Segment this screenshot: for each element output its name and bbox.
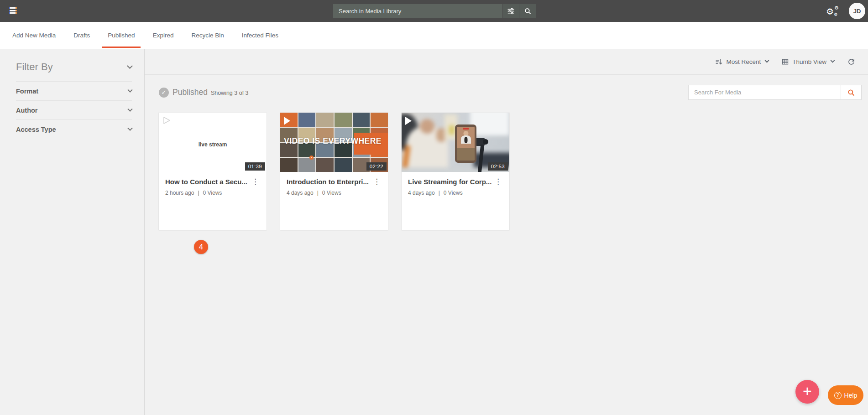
sliders-filter-icon — [507, 7, 515, 15]
media-library-search — [333, 4, 536, 18]
media-card[interactable]: 02:53 Live Streaming for Corp... ⋮ 4 day… — [402, 113, 509, 230]
sort-dropdown[interactable]: Most Recent — [715, 58, 769, 66]
header-search-button[interactable] — [519, 4, 536, 18]
card-meta: 4 days ago | 0 Views — [408, 190, 503, 196]
media-search-box — [688, 85, 862, 100]
hamburger-menu-icon[interactable] — [9, 7, 17, 15]
library-tabs: Add New Media Drafts Published Expired R… — [0, 22, 868, 49]
chevron-down-icon — [127, 106, 132, 111]
chevron-down-icon — [127, 87, 132, 92]
play-icon — [162, 116, 171, 125]
filter-section-label: Access Type — [16, 126, 56, 133]
view-dropdown[interactable]: Thumb View — [781, 58, 834, 66]
question-mark-icon: ? — [834, 392, 842, 399]
card-meta: 2 hours ago | 0 Views — [165, 190, 260, 196]
content-area: Most Recent Thumb View ✓ Published — [145, 49, 868, 415]
collage-logo-ring — [309, 156, 314, 160]
card-meta-views: 0 Views — [322, 190, 341, 196]
meta-separator: | — [317, 190, 319, 196]
chevron-down-icon — [831, 58, 835, 63]
card-meta-views: 0 Views — [203, 190, 222, 196]
tab-drafts[interactable]: Drafts — [68, 22, 95, 49]
kebab-menu-button[interactable]: ⋮ — [493, 178, 503, 186]
filter-by-label: Filter By — [16, 61, 53, 73]
help-button[interactable]: ? Help — [828, 385, 863, 405]
media-card-grid: live stream 01:39 How to Conduct a Secu.… — [145, 100, 868, 230]
phone-art — [455, 124, 476, 163]
chevron-down-icon — [127, 126, 132, 131]
duration-badge: 02:53 — [488, 162, 508, 171]
gear-small-icon: ⚙ — [834, 12, 838, 17]
kebab-menu-button[interactable]: ⋮ — [251, 178, 260, 186]
filter-section-label: Format — [16, 88, 38, 95]
card-meta: 4 days ago | 0 Views — [287, 190, 382, 196]
refresh-button[interactable] — [847, 57, 856, 66]
gear-icon: ⚙ — [826, 7, 834, 16]
tab-recycle-bin[interactable]: Recycle Bin — [186, 22, 229, 49]
tab-expired[interactable]: Expired — [147, 22, 179, 49]
card-title[interactable]: How to Conduct a Secu... — [165, 178, 247, 186]
card-meta-time: 4 days ago — [287, 190, 314, 196]
status-row: ✓ Published Showing 3 of 3 — [145, 75, 868, 100]
tab-add-new-media[interactable]: Add New Media — [7, 22, 61, 49]
media-search-input[interactable] — [689, 85, 841, 99]
status-heading: Published — [173, 88, 208, 97]
tab-infected-files[interactable]: Infected Files — [236, 22, 284, 49]
duration-badge: 02:22 — [366, 162, 387, 171]
sort-label: Most Recent — [726, 58, 761, 65]
media-library-search-input[interactable] — [333, 4, 502, 18]
filter-section-format[interactable]: Format — [16, 82, 132, 101]
refresh-icon — [847, 57, 856, 66]
filter-section-author[interactable]: Author — [16, 101, 132, 120]
video-thumbnail[interactable]: live stream 01:39 — [159, 113, 267, 172]
search-filter-button[interactable] — [502, 4, 519, 18]
filter-by-header[interactable]: Filter By — [16, 61, 132, 82]
card-title[interactable]: Introduction to Enterpri... — [287, 178, 369, 186]
tripod-knob-art — [483, 139, 488, 145]
view-label: Thumb View — [792, 58, 826, 65]
meta-separator: | — [198, 190, 199, 196]
filter-section-label: Author — [16, 107, 38, 114]
filter-section-access-type[interactable]: Access Type — [16, 120, 132, 139]
search-icon — [847, 88, 855, 97]
tab-published[interactable]: Published — [102, 22, 140, 49]
play-icon — [405, 117, 412, 125]
card-meta-time: 2 hours ago — [165, 190, 194, 196]
play-icon — [284, 117, 290, 125]
media-card[interactable]: live stream 01:39 How to Conduct a Secu.… — [159, 113, 267, 230]
video-thumbnail[interactable]: VIDEO IS EVERYWHERE 02:22 — [280, 113, 388, 172]
media-card[interactable]: VIDEO IS EVERYWHERE 02:22 Introduction t… — [280, 113, 388, 230]
thumbnail-text: live stream — [199, 141, 227, 148]
kebab-menu-button[interactable]: ⋮ — [372, 178, 382, 186]
sort-icon — [715, 58, 723, 66]
check-circle-icon: ✓ — [159, 88, 169, 98]
list-toolbar: Most Recent Thumb View — [145, 49, 868, 75]
card-title[interactable]: Live Streaming for Corp... — [408, 178, 492, 186]
search-icon — [524, 7, 532, 15]
filter-sidebar: Filter By Format Author Access Type — [0, 49, 145, 415]
grid-view-icon — [781, 58, 789, 66]
video-thumbnail[interactable]: 02:53 — [402, 113, 509, 172]
media-search-button[interactable] — [841, 85, 861, 99]
step-annotation-badge: 4 — [194, 240, 208, 254]
meta-separator: | — [439, 190, 440, 196]
showing-count: Showing 3 of 3 — [211, 90, 249, 96]
help-label: Help — [844, 392, 858, 399]
add-media-fab[interactable]: + — [795, 380, 819, 404]
top-header: ⚙ ⚙ ⚙ JD — [0, 0, 868, 22]
gear-small-icon: ⚙ — [834, 5, 839, 10]
chevron-down-icon — [127, 63, 133, 69]
admin-settings-button[interactable]: ⚙ ⚙ ⚙ — [826, 5, 840, 17]
user-avatar[interactable]: JD — [849, 3, 865, 19]
card-meta-time: 4 days ago — [408, 190, 435, 196]
thumbnail-text: VIDEO IS EVERYWHERE — [284, 136, 388, 146]
duration-badge: 01:39 — [245, 162, 265, 171]
card-meta-views: 0 Views — [444, 190, 463, 196]
chevron-down-icon — [765, 58, 769, 63]
